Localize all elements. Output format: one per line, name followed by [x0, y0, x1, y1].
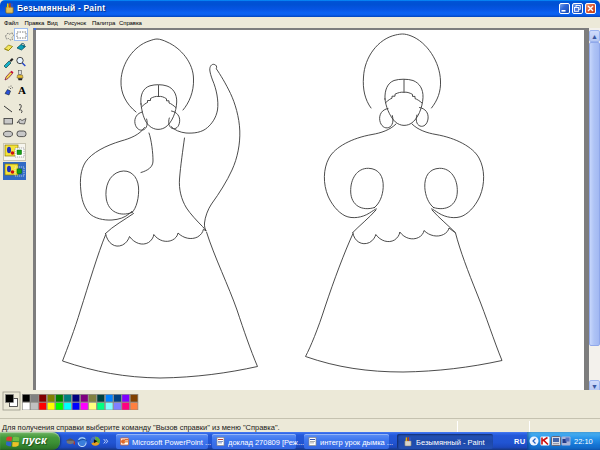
svg-text:A: A: [18, 84, 26, 96]
